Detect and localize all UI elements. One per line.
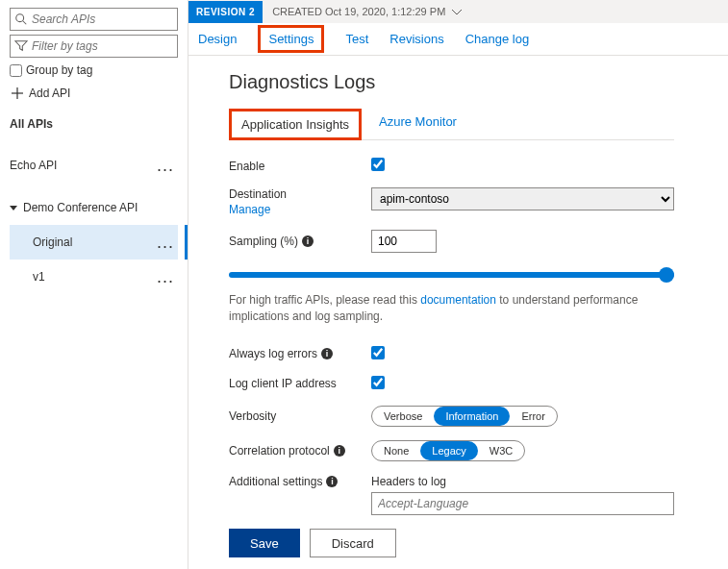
revision-badge: REVISION 2 [188,1,263,23]
documentation-link[interactable]: documentation [420,293,496,307]
sampling-label: Sampling (%) [229,235,298,248]
tab-design[interactable]: Design [198,32,237,46]
destination-select[interactable]: apim-contoso [371,187,674,210]
add-api-button[interactable]: Add API [12,87,178,100]
correlation-w3c[interactable]: W3C [478,441,524,460]
api-item-demo-conference[interactable]: Demo Conference API [10,190,178,225]
tab-changelog[interactable]: Change log [465,32,530,46]
api-item-echo[interactable]: Echo API ... [10,148,178,183]
page-title: Diagnostics Logs [229,71,674,93]
filter-tags[interactable] [10,35,178,58]
api-version-v1[interactable]: v1 ... [10,260,178,294]
info-icon[interactable]: i [302,235,314,247]
footer-actions: Save Discard [188,517,728,569]
tab-test[interactable]: Test [345,32,368,46]
correlation-legacy[interactable]: Legacy [420,441,477,460]
revision-bar: REVISION 2 CREATED Oct 19, 2020, 1:12:29… [188,0,728,23]
tab-settings[interactable]: Settings [258,25,324,53]
headers-input[interactable] [371,492,674,515]
search-icon [14,12,28,26]
sampling-hint: For high traffic APIs, please read this … [229,292,674,325]
api-version-original[interactable]: Original ... [10,225,178,260]
tab-revisions[interactable]: Revisions [389,32,443,46]
save-button[interactable]: Save [229,529,300,557]
always-log-label: Always log errors [229,347,317,360]
search-input[interactable] [32,12,173,26]
filter-icon [14,39,28,53]
group-by-tag-row: Group by tag [10,63,178,77]
chevron-down-icon [452,10,462,15]
all-apis-link[interactable]: All APIs [10,117,178,131]
enable-label: Enable [229,160,371,173]
group-by-tag-checkbox[interactable] [10,64,22,77]
always-log-checkbox[interactable] [371,346,385,359]
sampling-slider[interactable] [229,272,674,278]
sidebar: Group by tag Add API All APIs Echo API .… [0,0,188,569]
correlation-group: None Legacy W3C [371,440,525,461]
subtab-azure-monitor[interactable]: Azure Monitor [379,114,457,135]
tabs: Design Settings Test Revisions Change lo… [188,23,728,56]
more-icon[interactable]: ... [157,157,178,174]
svg-point-0 [16,14,24,22]
headers-label: Headers to log [371,475,674,488]
destination-label: Destination [229,187,287,201]
info-icon[interactable]: i [326,476,338,487]
discard-button[interactable]: Discard [310,529,396,557]
subtabs: Application Insights Azure Monitor [229,109,674,140]
more-icon[interactable]: ... [157,268,178,285]
svg-line-1 [23,21,27,25]
info-icon[interactable]: i [321,348,333,359]
verbosity-information[interactable]: Information [434,407,510,426]
subtab-app-insights[interactable]: Application Insights [229,109,362,140]
more-icon[interactable]: ... [157,234,178,251]
verbosity-error[interactable]: Error [510,407,556,426]
plus-icon [12,87,23,99]
group-by-tag-label: Group by tag [26,63,92,77]
search-apis[interactable] [10,8,178,31]
correlation-label: Correlation protocol [229,444,330,458]
log-ip-label: Log client IP address [229,377,337,390]
log-ip-checkbox[interactable] [371,376,385,389]
verbosity-group: Verbose Information Error [371,406,558,427]
enable-checkbox[interactable] [371,158,385,171]
verbosity-verbose[interactable]: Verbose [372,407,434,426]
chevron-down-icon [10,206,17,210]
revision-created[interactable]: CREATED Oct 19, 2020, 1:12:29 PM [272,6,462,17]
info-icon[interactable]: i [334,445,345,457]
sampling-input[interactable] [371,230,437,253]
correlation-none[interactable]: None [372,441,420,460]
filter-input[interactable] [32,39,173,53]
additional-label: Additional settings [229,475,322,488]
verbosity-label: Verbosity [229,409,276,423]
manage-link[interactable]: Manage [229,203,270,216]
